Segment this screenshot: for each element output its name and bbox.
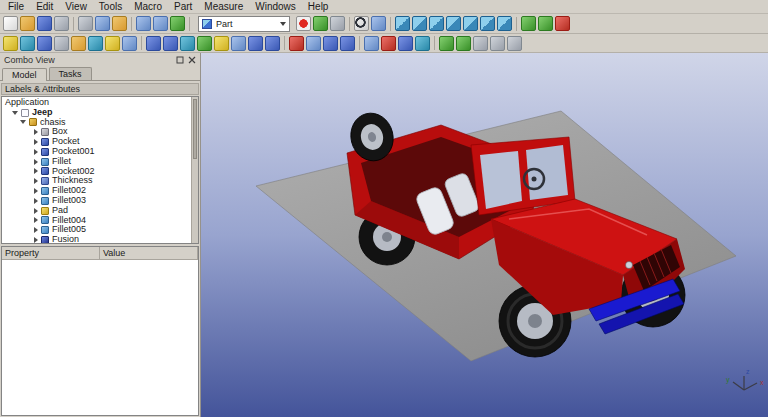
undo-icon[interactable] — [136, 16, 151, 31]
menu-file[interactable]: File — [2, 1, 30, 12]
expand-arrow-icon[interactable] — [34, 178, 38, 184]
windshield-glass-left[interactable] — [480, 151, 522, 209]
clear-measurement-icon[interactable] — [555, 16, 570, 31]
open-icon[interactable] — [20, 16, 35, 31]
boolean-intersection-icon[interactable] — [415, 36, 430, 51]
macro-pause-icon[interactable] — [330, 16, 345, 31]
expand-arrow-icon[interactable] — [34, 198, 38, 204]
create-primitives-icon[interactable] — [105, 36, 120, 51]
print-icon[interactable] — [54, 16, 69, 31]
3d-viewport[interactable]: x y z — [201, 53, 768, 417]
fit-all-icon[interactable] — [354, 16, 369, 31]
view-isometric-icon[interactable] — [395, 16, 410, 31]
expand-arrow-icon[interactable] — [12, 111, 18, 115]
float-panel-icon[interactable] — [175, 55, 184, 64]
menu-edit[interactable]: Edit — [30, 1, 59, 12]
tree-item-feature[interactable]: Fillet003 — [2, 196, 198, 206]
3d-scene[interactable]: x y z — [201, 53, 768, 417]
extrude-icon[interactable] — [146, 36, 161, 51]
expand-arrow-icon[interactable] — [34, 159, 38, 165]
tree-item-document[interactable]: Jeep — [2, 108, 198, 118]
tree-item-feature[interactable]: Fillet002 — [2, 186, 198, 196]
expand-arrow-icon[interactable] — [34, 129, 38, 135]
menu-tools[interactable]: Tools — [93, 1, 128, 12]
copy-icon[interactable] — [95, 16, 110, 31]
measure-angular-icon[interactable] — [456, 36, 471, 51]
tree-item-feature[interactable]: Thickness — [2, 176, 198, 186]
tree-item-feature[interactable]: Pocket002 — [2, 167, 198, 177]
menu-view[interactable]: View — [59, 1, 93, 12]
tree-scrollbar[interactable] — [191, 97, 198, 243]
cross-sections-icon[interactable] — [306, 36, 321, 51]
loft-icon[interactable] — [248, 36, 263, 51]
thickness-icon[interactable] — [340, 36, 355, 51]
refresh-icon[interactable] — [170, 16, 185, 31]
expand-arrow-icon[interactable] — [20, 120, 26, 124]
expand-arrow-icon[interactable] — [34, 217, 38, 223]
expand-arrow-icon[interactable] — [34, 188, 38, 194]
expand-arrow-icon[interactable] — [34, 149, 38, 155]
tree-item-feature[interactable]: Pocket — [2, 137, 198, 147]
view-left-icon[interactable] — [497, 16, 512, 31]
macro-play-icon[interactable] — [313, 16, 328, 31]
tube-icon[interactable] — [88, 36, 103, 51]
mirror-icon[interactable] — [180, 36, 195, 51]
menu-help[interactable]: Help — [302, 1, 335, 12]
refresh-measurement-icon[interactable] — [473, 36, 488, 51]
property-column-header[interactable]: Property — [2, 247, 100, 259]
headlight[interactable] — [626, 262, 633, 269]
measure-angle-icon[interactable] — [538, 16, 553, 31]
view-rear-icon[interactable] — [463, 16, 478, 31]
view-top-icon[interactable] — [429, 16, 444, 31]
box-icon[interactable] — [3, 36, 18, 51]
cylinder-icon[interactable] — [20, 36, 35, 51]
paste-icon[interactable] — [112, 16, 127, 31]
tree-item-feature[interactable]: Fusion — [2, 235, 198, 244]
toggle-3d-measurements-icon[interactable] — [507, 36, 522, 51]
close-panel-icon[interactable] — [187, 55, 196, 64]
revolve-icon[interactable] — [163, 36, 178, 51]
tree-item-feature[interactable]: Fillet004 — [2, 216, 198, 226]
boolean-icon[interactable] — [364, 36, 379, 51]
menu-part[interactable]: Part — [168, 1, 198, 12]
boolean-union-icon[interactable] — [398, 36, 413, 51]
ruled-surface-icon[interactable] — [231, 36, 246, 51]
chamfer-icon[interactable] — [214, 36, 229, 51]
cone-icon[interactable] — [54, 36, 69, 51]
new-document-icon[interactable] — [3, 16, 18, 31]
macro-record-icon[interactable] — [296, 16, 311, 31]
expand-arrow-icon[interactable] — [34, 208, 38, 214]
tab-tasks[interactable]: Tasks — [49, 67, 92, 80]
view-front-icon[interactable] — [412, 16, 427, 31]
tree-item-feature[interactable]: Box — [2, 127, 198, 137]
measure-distance-icon[interactable] — [521, 16, 536, 31]
shape-builder-icon[interactable] — [122, 36, 137, 51]
torus-icon[interactable] — [71, 36, 86, 51]
tree-item-feature[interactable]: Fillet — [2, 157, 198, 167]
sweep-icon[interactable] — [265, 36, 280, 51]
expand-arrow-icon[interactable] — [34, 168, 38, 174]
measure-linear-icon[interactable] — [439, 36, 454, 51]
section-icon[interactable] — [289, 36, 304, 51]
expand-arrow-icon[interactable] — [34, 237, 38, 243]
tree-item-feature[interactable]: Pocket001 — [2, 147, 198, 157]
fillet-icon[interactable] — [197, 36, 212, 51]
tree-item-body[interactable]: chasis — [2, 118, 198, 128]
offset-icon[interactable] — [323, 36, 338, 51]
tab-model[interactable]: Model — [2, 68, 47, 81]
cut-icon[interactable] — [78, 16, 93, 31]
expand-arrow-icon[interactable] — [34, 227, 38, 233]
toggle-all-measurements-icon[interactable] — [490, 36, 505, 51]
tree-scrollbar-thumb[interactable] — [193, 99, 197, 159]
view-bottom-icon[interactable] — [480, 16, 495, 31]
menu-macro[interactable]: Macro — [128, 1, 168, 12]
view-right-icon[interactable] — [446, 16, 461, 31]
draw-style-icon[interactable] — [371, 16, 386, 31]
save-icon[interactable] — [37, 16, 52, 31]
workbench-selector[interactable]: Part — [198, 16, 290, 32]
tree-item-feature[interactable]: Fillet005 — [2, 225, 198, 235]
tree-item-feature[interactable]: Pad — [2, 206, 198, 216]
menu-windows[interactable]: Windows — [249, 1, 302, 12]
sphere-icon[interactable] — [37, 36, 52, 51]
property-editor-body[interactable] — [2, 260, 198, 415]
